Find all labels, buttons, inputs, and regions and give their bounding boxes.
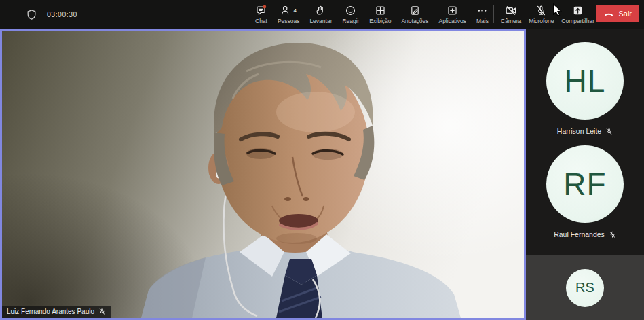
- active-speaker-video[interactable]: Luiz Fernando Arantes Paulo: [0, 29, 526, 320]
- ellipsis-icon: [476, 5, 488, 16]
- avatar: RS: [566, 269, 604, 307]
- participant-tile-rs[interactable]: RS: [526, 255, 644, 320]
- device-controls-group: Câmera Microfone: [499, 0, 596, 29]
- apps-plus-icon: [447, 5, 458, 16]
- raised-hand-icon: [315, 5, 326, 16]
- speaker-muted-mic-icon: [98, 308, 106, 315]
- notes-button[interactable]: Anotações: [400, 0, 430, 29]
- speaker-video-feed: [2, 31, 524, 318]
- react-button[interactable]: Reagir: [341, 0, 360, 29]
- view-button[interactable]: Exibição: [368, 0, 392, 29]
- share-icon: [572, 5, 584, 16]
- notes-icon: [409, 5, 421, 16]
- avatar: HL: [546, 42, 624, 120]
- participant-name: Harrison Leite: [557, 127, 601, 135]
- apps-button[interactable]: Aplicativos: [437, 0, 468, 29]
- people-button[interactable]: 4 Pessoas: [276, 0, 301, 29]
- smiley-icon: [345, 5, 356, 16]
- participants-panel: HL Harrison Leite RF Raul Fernandes: [526, 29, 644, 320]
- more-button[interactable]: Mais: [475, 0, 490, 29]
- participant-name: Raul Fernandes: [554, 230, 605, 238]
- microphone-toggle-button[interactable]: Microfone: [527, 0, 555, 29]
- meeting-toolbar: 03:00:30 Chat: [0, 0, 644, 29]
- avatar-initials: RF: [563, 166, 606, 202]
- leave-meeting-button[interactable]: Sair: [596, 5, 639, 22]
- toolbar-center-group: Chat 4 Pessoas Levantar: [254, 0, 490, 29]
- speaker-name-label: Luiz Fernando Arantes Paulo: [2, 306, 111, 318]
- muted-mic-icon: [609, 231, 616, 238]
- raise-hand-button[interactable]: Levantar: [308, 0, 333, 29]
- camera-toggle-button[interactable]: Câmera: [499, 0, 523, 29]
- meeting-timer: 03:00:30: [47, 10, 77, 18]
- shield-icon: [26, 9, 37, 20]
- avatar-initials: HL: [565, 63, 606, 99]
- people-count-badge: 4: [293, 7, 296, 14]
- chat-icon: [255, 5, 267, 16]
- chat-button[interactable]: Chat: [254, 0, 269, 29]
- microphone-off-icon: [535, 5, 547, 16]
- chat-notification-dot: [263, 5, 267, 8]
- toolbar-separator: [493, 5, 494, 23]
- hangup-phone-icon: [603, 10, 614, 18]
- meeting-status: 03:00:30: [26, 0, 77, 29]
- participant-tile-harrison[interactable]: HL Harrison Leite: [526, 42, 644, 135]
- people-icon: [280, 5, 292, 16]
- meeting-window: 03:00:30 Chat: [0, 0, 644, 320]
- participant-tile-raul[interactable]: RF Raul Fernandes: [526, 145, 644, 238]
- grid-view-icon: [375, 5, 386, 16]
- muted-mic-icon: [605, 128, 613, 135]
- speaker-name: Luiz Fernando Arantes Paulo: [7, 308, 94, 315]
- avatar: RF: [546, 145, 624, 223]
- share-button[interactable]: Compartilhar: [560, 0, 596, 29]
- avatar-initials: RS: [575, 280, 594, 296]
- camera-off-icon: [505, 5, 517, 16]
